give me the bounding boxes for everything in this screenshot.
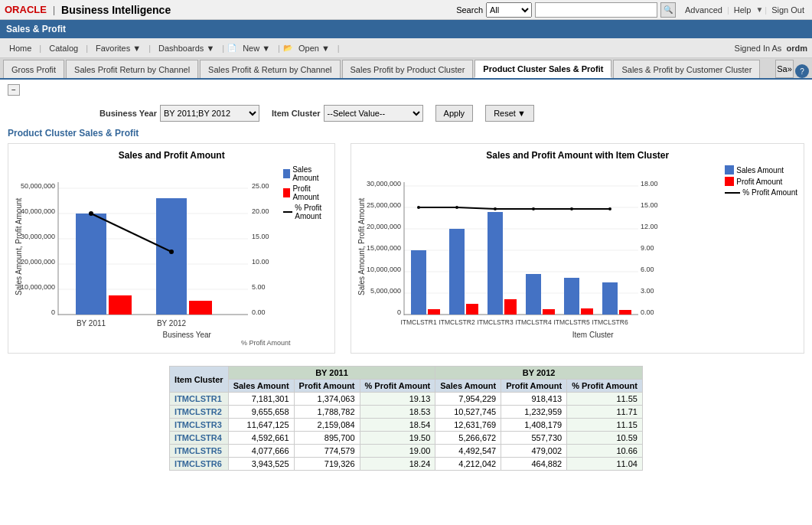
legend2-pct-line xyxy=(725,192,740,194)
pct-2011-cell: 19.00 xyxy=(360,445,435,458)
svg-text:20,000,000: 20,000,000 xyxy=(367,223,401,230)
search-button[interactable]: 🔍 xyxy=(660,2,676,18)
home-nav-button[interactable]: Home xyxy=(5,42,36,54)
sales-2012-cell: 4,212,042 xyxy=(435,458,501,471)
favorites-nav-button[interactable]: Favorites ▼ xyxy=(91,42,145,54)
business-year-select[interactable]: BY 2011;BY 2012 xyxy=(160,105,259,122)
chart1-wrap: Sales Amount, Profit Amount 0 10,000,000… xyxy=(15,165,328,328)
chart1-area: 0 10,000,000 20,000,000 30,000,000 40,00… xyxy=(26,165,279,328)
pct-2012-cell: 10.59 xyxy=(567,432,643,445)
svg-rect-47 xyxy=(411,250,426,315)
business-year-label: Business Year xyxy=(99,109,157,118)
section-title: Product Cluster Sales & Profit xyxy=(8,125,804,143)
item-cluster-select[interactable]: --Select Value-- xyxy=(324,105,423,122)
search-input[interactable] xyxy=(535,2,657,18)
svg-rect-55 xyxy=(564,278,579,315)
cluster-cell: ITMCLSTR1 xyxy=(170,393,229,406)
pct-2011-cell: 19.50 xyxy=(360,432,435,445)
data-table: Item Cluster BY 2011 BY 2012 Sales Amoun… xyxy=(169,366,643,471)
tab-product-cluster-sales-profit[interactable]: Product Cluster Sales & Profit xyxy=(474,60,611,78)
open-nav-button[interactable]: Open ▼ xyxy=(294,42,334,54)
bar-2011-sales xyxy=(76,214,106,315)
reset-button[interactable]: Reset ▼ xyxy=(485,105,534,122)
legend-sales-label: Sales Amount xyxy=(292,165,328,182)
svg-rect-49 xyxy=(449,229,465,315)
tab-sales-profit-return-by-channel2[interactable]: Sales Profit & Return by Channel xyxy=(200,60,340,78)
sales-2012-cell: 7,954,229 xyxy=(435,393,501,406)
svg-text:0.00: 0.00 xyxy=(252,308,266,316)
tab-gross-profit[interactable]: Gross Profit xyxy=(3,60,64,78)
legend-pct: % Profit Amount xyxy=(283,204,328,220)
chart1-container: Sales and Profit Amount Sales Amount, Pr… xyxy=(8,143,335,354)
sign-out-link[interactable]: Sign Out xyxy=(768,4,807,16)
svg-text:6.00: 6.00 xyxy=(641,266,654,273)
item-cluster-filter-group: Item Cluster --Select Value-- xyxy=(272,105,423,122)
table-subheader-p2011: Profit Amount xyxy=(294,380,360,393)
new-nav-button[interactable]: New ▼ xyxy=(238,42,275,54)
table-wrapper: Item Cluster BY 2011 BY 2012 Sales Amoun… xyxy=(8,366,804,471)
search-scope-select[interactable]: All xyxy=(486,2,532,18)
tab-sales-profit-by-customer-cluster[interactable]: Sales & Profit by Customer Cluster xyxy=(613,60,760,78)
chart2-title: Sales and Profit Amount with Item Cluste… xyxy=(357,150,797,161)
table-by2011-header: BY 2011 xyxy=(228,367,435,380)
profit-2012-cell: 464,882 xyxy=(501,458,567,471)
content-area: − Business Year BY 2011;BY 2012 Item Clu… xyxy=(0,80,812,475)
svg-text:ITMCLSTR5: ITMCLSTR5 xyxy=(554,318,591,326)
table-subheader-pct2012: % Profit Amount xyxy=(567,380,643,393)
svg-point-20 xyxy=(89,211,93,216)
tabs-overflow-button[interactable]: Sa» xyxy=(775,60,794,78)
svg-text:10,000,000: 10,000,000 xyxy=(21,283,55,291)
sales-2011-cell: 11,647,125 xyxy=(228,419,294,432)
tab-sales-profit-return-by-channel[interactable]: Sales Profit Return by Channel xyxy=(66,60,198,78)
chart1-title: Sales and Profit Amount xyxy=(15,150,328,161)
chart2-x-label: Item Cluster xyxy=(388,331,797,339)
svg-rect-50 xyxy=(466,304,478,315)
tab-sales-profit-by-product-cluster[interactable]: Sales Profit by Product Cluster xyxy=(342,60,474,78)
svg-point-64 xyxy=(417,206,420,209)
tabs-help-button[interactable]: ? xyxy=(795,64,809,78)
chart2-svg: 0 5,000,000 10,000,000 15,000,000 20,000… xyxy=(369,165,667,326)
advanced-link[interactable]: Advanced xyxy=(682,4,726,16)
chart2-area: 0 5,000,000 10,000,000 15,000,000 20,000… xyxy=(369,165,720,328)
bar-2011-profit xyxy=(109,295,132,315)
catalog-nav-button[interactable]: Catalog xyxy=(44,42,83,54)
app-title: Sales & Profit xyxy=(6,24,66,34)
apply-button[interactable]: Apply xyxy=(435,105,474,122)
chart2-wrap: Sales Amount, Profit Amount 0 5,000,000 … xyxy=(357,165,797,328)
top-bar: ORACLE | Business Intelligence Search Al… xyxy=(0,0,812,20)
help-link[interactable]: Help xyxy=(731,4,755,16)
top-nav-links: Advanced | Help ▼ | Sign Out xyxy=(682,4,807,16)
charts-row: Sales and Profit Amount Sales Amount, Pr… xyxy=(8,143,804,354)
cluster-cell: ITMCLSTR2 xyxy=(170,406,229,419)
svg-text:0: 0 xyxy=(51,308,55,316)
app-title-bar: Sales & Profit xyxy=(0,20,812,38)
pct-2011-cell: 19.13 xyxy=(360,393,435,406)
svg-rect-57 xyxy=(602,282,618,315)
svg-text:9.00: 9.00 xyxy=(641,244,654,252)
svg-point-66 xyxy=(494,207,497,210)
reset-dropdown-icon: ▼ xyxy=(517,109,526,118)
profit-2011-cell: 2,159,084 xyxy=(294,419,360,432)
sales-2011-cell: 3,943,525 xyxy=(228,458,294,471)
chart1-svg: 0 10,000,000 20,000,000 30,000,000 40,00… xyxy=(26,165,279,326)
legend2-sales-color xyxy=(725,165,734,174)
chart1-y2-label: % Profit Amount xyxy=(15,339,290,347)
legend-sales-color xyxy=(283,169,290,178)
svg-text:ITMCLSTR3: ITMCLSTR3 xyxy=(478,318,514,326)
table-subheader-s2012: Sales Amount xyxy=(435,380,501,393)
dashboards-nav-button[interactable]: Dashboards ▼ xyxy=(154,42,219,54)
legend-profit-label: Profit Amount xyxy=(292,184,328,201)
svg-rect-51 xyxy=(488,212,503,315)
sales-2011-cell: 7,181,301 xyxy=(228,393,294,406)
sales-2012-cell: 12,631,769 xyxy=(435,419,501,432)
svg-text:ITMCLSTR4: ITMCLSTR4 xyxy=(516,318,553,326)
table-subheader-s2011: Sales Amount xyxy=(228,380,294,393)
pct-2012-cell: 11.71 xyxy=(567,406,643,419)
profit-2011-cell: 774,579 xyxy=(294,445,360,458)
profit-2012-cell: 918,413 xyxy=(501,393,567,406)
svg-rect-58 xyxy=(619,310,631,315)
legend2-sales-label: Sales Amount xyxy=(736,166,784,174)
bar-2012-profit xyxy=(189,301,212,315)
collapse-icon[interactable]: − xyxy=(8,84,20,96)
svg-text:ITMCLSTR6: ITMCLSTR6 xyxy=(592,318,629,326)
